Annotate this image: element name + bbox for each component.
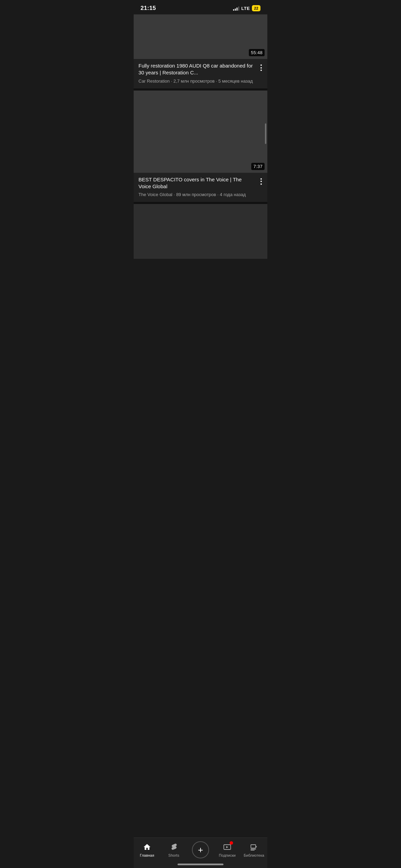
scrollbar <box>265 123 266 144</box>
channel-name-2: The Voice Global <box>138 192 172 197</box>
status-indicators: LTE 22 <box>233 5 260 11</box>
video-info-1: Fully restoration 1980 AUDI Q8 car aband… <box>134 59 267 88</box>
video-title-1: Fully restoration 1980 AUDI Q8 car aband… <box>138 62 255 76</box>
video-details-1: Fully restoration 1980 AUDI Q8 car aband… <box>138 62 258 84</box>
video-age-1: 5 месяцев назад <box>218 79 253 84</box>
video-info-2: BEST DESPACITO covers in The Voice | The… <box>134 173 267 202</box>
video-details-2: BEST DESPACITO covers in The Voice | The… <box>138 176 258 198</box>
video-meta-1: Car Restoration · 2,7 млн просмотров · 5… <box>138 78 255 84</box>
more-options-button-2[interactable] <box>258 176 263 186</box>
battery-indicator: 22 <box>252 5 260 11</box>
more-options-button-1[interactable] <box>258 62 263 72</box>
video-title-2: BEST DESPACITO covers in The Voice | The… <box>138 176 255 190</box>
status-time: 21:15 <box>141 5 156 12</box>
video-thumbnail-3 <box>134 204 267 259</box>
video-thumbnail-1[interactable]: 55:48 <box>134 14 267 59</box>
view-count-1: 2,7 млн просмотров <box>173 79 215 84</box>
video-age-2: 4 года назад <box>220 192 246 197</box>
channel-name-1: Car Restoration <box>138 79 170 84</box>
video-list: 55:48 Fully restoration 1980 AUDI Q8 car… <box>134 14 267 293</box>
battery-level: 22 <box>252 5 260 11</box>
video-duration-2: 7:37 <box>251 163 265 170</box>
video-duration-1: 55:48 <box>249 49 265 56</box>
view-count-2: 89 млн просмотров <box>176 192 216 197</box>
three-dots-icon-1 <box>260 63 263 72</box>
video-item-2[interactable]: 7:37 BEST DESPACITO covers in The Voice … <box>134 91 267 202</box>
video-item-1[interactable]: 55:48 Fully restoration 1980 AUDI Q8 car… <box>134 14 267 88</box>
status-bar: 21:15 LTE 22 <box>134 0 267 14</box>
signal-icon <box>233 6 239 11</box>
video-meta-2: The Voice Global · 89 млн просмотров · 4… <box>138 192 255 198</box>
video-item-3 <box>134 204 267 259</box>
video-thumbnail-2[interactable]: 7:37 <box>134 91 267 173</box>
lte-label: LTE <box>241 6 250 11</box>
three-dots-icon-2 <box>260 177 263 186</box>
